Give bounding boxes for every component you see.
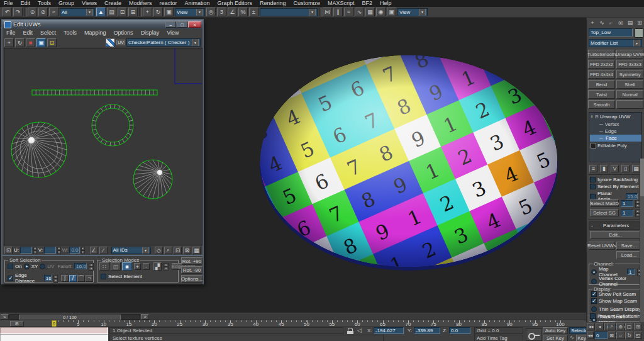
rotate-uv-icon[interactable]: ↻: [15, 38, 25, 47]
thin-seam-radio[interactable]: [591, 306, 597, 312]
transform-typein-icon[interactable]: ◁: [357, 327, 362, 333]
selection-filter-dropdown[interactable]: All▼: [60, 8, 95, 16]
uvw-menu-item[interactable]: Tools: [60, 30, 80, 36]
modifier-list-dropdown[interactable]: Modifier List▼: [589, 39, 642, 47]
menu-item[interactable]: Create: [101, 0, 125, 7]
reference-coordinate-dropdown[interactable]: View▼: [175, 8, 205, 16]
trackbar-left-button[interactable]: <: [1, 314, 9, 320]
select-by-name-icon[interactable]: ▤: [107, 8, 116, 16]
uvw-menu-item[interactable]: Options: [110, 30, 137, 36]
schematic-view-icon[interactable]: ▦: [365, 8, 375, 16]
stack-item-editable-poly[interactable]: Editable Poly: [591, 143, 627, 148]
fast-falloff-icon[interactable]: ¬: [86, 275, 93, 282]
set-key-curve-icon[interactable]: ∿: [570, 335, 574, 340]
mirror-icon[interactable]: ⋈: [323, 8, 332, 16]
select-and-scale-icon[interactable]: ▣: [164, 8, 174, 16]
snap-toggle-icon[interactable]: 3: [217, 8, 226, 16]
modifier-button[interactable]: TurboSmooth: [588, 50, 615, 59]
edge-distance-spinner[interactable]: ▲▼: [53, 275, 58, 281]
window-title-bar[interactable]: Edit UVWs – □ ×: [3, 20, 203, 29]
uvw-menu-item[interactable]: File: [3, 30, 19, 36]
maximize-viewport-icon[interactable]: ◱: [634, 332, 642, 339]
rotate-minus90-button[interactable]: Rot. -90: [181, 266, 203, 274]
stack-item-face[interactable]: ─ Face: [590, 135, 642, 142]
modifier-button[interactable]: FFD 3x3x3: [616, 60, 643, 69]
menu-item[interactable]: Animation: [180, 0, 213, 7]
select-matid-button[interactable]: Select MatID: [590, 199, 619, 207]
edge-distance-checkbox[interactable]: ✓: [8, 276, 13, 281]
rotate-plus90-button[interactable]: Rot. +90: [181, 257, 203, 265]
select-and-rotate-icon[interactable]: ↻: [153, 8, 163, 16]
zoom-extents-icon[interactable]: ⊠: [183, 247, 191, 254]
move-uv-icon[interactable]: +: [4, 38, 14, 47]
object-name-field[interactable]: Top_Low: [589, 28, 633, 36]
checker-toggle-icon[interactable]: [106, 38, 115, 47]
go-to-start-icon[interactable]: ◀◀: [587, 332, 594, 339]
zoom-extents-all-icon[interactable]: ⊞: [634, 323, 642, 330]
menu-item[interactable]: BF2: [358, 0, 377, 7]
show-end-result-icon[interactable]: ▮: [600, 165, 608, 172]
zoom-region-icon[interactable]: ⊡: [174, 247, 182, 254]
material-editor-icon[interactable]: ◉: [376, 8, 386, 16]
modifier-button[interactable]: Symmetry: [616, 70, 643, 79]
add-time-tag[interactable]: Add Time Tag: [474, 335, 523, 341]
falloff-spinner[interactable]: ▲▼: [89, 263, 94, 269]
menu-item[interactable]: File: [0, 0, 17, 7]
go-to-start-icon[interactable]: ◀◀: [587, 323, 595, 330]
previous-frame-icon[interactable]: ◀: [596, 323, 604, 330]
angle-snap-icon[interactable]: ∠: [228, 8, 237, 16]
linear-falloff-icon[interactable]: /: [69, 275, 77, 282]
menu-item[interactable]: Graph Editors: [214, 0, 257, 7]
expand-icon[interactable]: ⊟: [595, 115, 599, 120]
prevent-reflattening-checkbox[interactable]: [590, 313, 596, 319]
menu-item[interactable]: Customize: [290, 0, 325, 7]
show-pelt-seam-checkbox[interactable]: ✓: [591, 291, 597, 297]
menu-item[interactable]: reactor: [155, 0, 180, 7]
mirror-uv-icon[interactable]: ⊟: [47, 38, 57, 47]
window-crossing-icon[interactable]: ⊞: [128, 8, 138, 16]
uvw-menu-item[interactable]: Select: [36, 30, 60, 36]
uvw-menu-item[interactable]: Display: [137, 30, 164, 36]
modifier-button[interactable]: Smooth: [588, 100, 615, 109]
modify-tab-icon[interactable]: ∿: [598, 19, 606, 26]
uvw-menu-item[interactable]: View: [163, 30, 182, 36]
macro-recorder-field[interactable]: [0, 327, 108, 334]
options-button[interactable]: Options...: [181, 275, 203, 282]
uv-radio[interactable]: [40, 264, 45, 269]
select-object-icon[interactable]: ▲: [96, 8, 106, 16]
remove-modifier-icon[interactable]: ▯: [621, 165, 630, 172]
edit-button[interactable]: Edit...: [590, 231, 641, 239]
modifier-button[interactable]: Shell: [616, 80, 643, 89]
menu-item[interactable]: Tools: [34, 0, 55, 7]
v-field[interactable]: [44, 247, 56, 254]
align-icon[interactable]: ∥: [333, 8, 343, 16]
motion-tab-icon[interactable]: ◎: [617, 19, 625, 26]
menu-item[interactable]: Group: [55, 0, 78, 7]
modifier-button[interactable]: FFD 2x2x2: [588, 60, 615, 69]
absolute-typein-icon[interactable]: ⊡: [4, 247, 13, 254]
close-button[interactable]: ×: [188, 21, 201, 28]
freeform-mode-icon[interactable]: ▣: [36, 38, 46, 47]
region-zoom-icon[interactable]: ⊠: [608, 332, 616, 339]
spinner-snap-icon[interactable]: ±: [249, 8, 258, 16]
u-field[interactable]: [20, 247, 32, 254]
save-button[interactable]: Save...: [616, 242, 641, 250]
soft-selection-on-checkbox[interactable]: [8, 264, 13, 269]
use-pivot-center-icon[interactable]: ◎: [206, 8, 216, 16]
zoom-icon[interactable]: ⌕: [164, 247, 172, 254]
auto-key-button[interactable]: Auto Key: [543, 327, 568, 334]
rectangular-selection-icon[interactable]: ⊡: [118, 8, 127, 16]
edge-distance-field[interactable]: 16: [44, 275, 52, 281]
planar-angle-field[interactable]: 15.0: [626, 193, 638, 199]
arc-rotate-icon[interactable]: ↻: [625, 332, 633, 339]
ignore-backfacing-checkbox[interactable]: [590, 177, 596, 182]
stack-item-edge[interactable]: ─ Edge: [599, 128, 616, 134]
modifier-button[interactable]: Unwrap UVW: [616, 50, 643, 59]
selection-lock-icon[interactable]: [347, 328, 353, 333]
menu-item[interactable]: Edit: [17, 0, 35, 7]
utilities-tab-icon[interactable]: ⊞: [636, 19, 643, 26]
zoom-icon[interactable]: ⌕: [608, 323, 616, 330]
shrink-selection-button[interactable]: -: [143, 263, 150, 270]
menu-item[interactable]: Help: [376, 0, 396, 7]
undo-icon[interactable]: ↶: [3, 8, 12, 16]
